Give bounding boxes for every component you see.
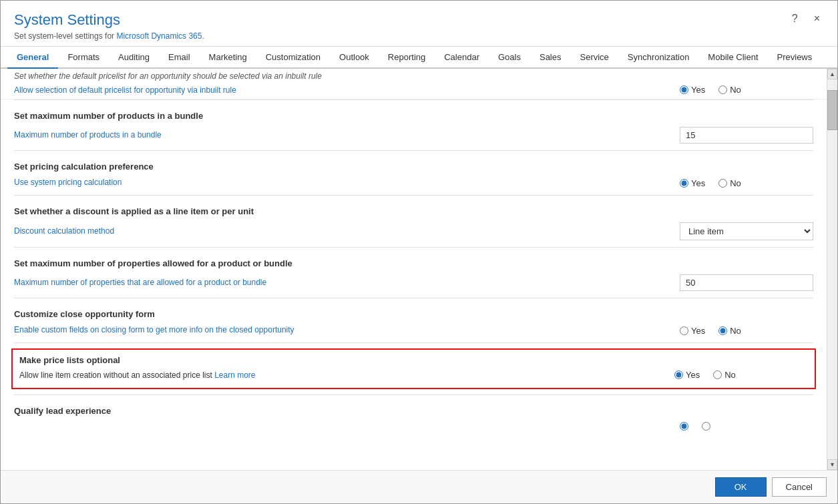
help-button[interactable]: ? [788,11,802,26]
discount-control: Line item Per unit [680,222,813,240]
tab-calendar[interactable]: Calendar [435,47,489,69]
bundle-header: Set maximum number of products in a bund… [14,111,813,121]
price-lists-no[interactable]: No [713,370,736,380]
tab-reporting[interactable]: Reporting [379,47,435,69]
discount-section: Set whether a discount is applied as a l… [1,196,827,247]
discount-header-row: Set whether a discount is applied as a l… [1,201,827,220]
price-lists-control: Yes No [674,370,808,380]
qualify-lead-section: Qualify lead experience [1,395,827,437]
pricing-calc-section: Set pricing calculation preference Use s… [1,151,827,195]
close-opportunity-label: Enable custom fields on closing form to … [14,325,294,334]
partial-top-section: Set whether the default pricelist for an… [1,69,827,99]
title-area: System Settings Set system-level setting… [14,11,204,41]
close-opportunity-header-row: Customize close opportunity form [1,304,827,322]
pricing-calc-header: Set pricing calculation preference [14,162,813,172]
pricing-calc-yes[interactable]: Yes [680,178,705,188]
price-lists-header: Make price lists optional [19,355,808,365]
dialog-subtitle: Set system-level settings for Microsoft … [14,31,204,41]
tab-mobile-client[interactable]: Mobile Client [698,47,767,69]
content-area: Set whether the default pricelist for an… [1,69,837,470]
learn-more-link[interactable]: Learn more [214,370,255,380]
properties-label: Maximum number of properties that are al… [14,278,266,287]
tabs-bar: General Formats Auditing Email Marketing… [1,47,837,69]
discount-select[interactable]: Line item Per unit [680,222,813,240]
properties-header-row: Set maximum number of properties allowed… [1,253,827,272]
scrollbar-track: ▲ ▼ [827,69,837,470]
pricing-calc-no[interactable]: No [718,178,741,188]
tab-synchronization[interactable]: Synchronization [618,47,699,69]
scroll-down-button[interactable]: ▼ [827,459,837,470]
discount-header: Set whether a discount is applied as a l… [14,206,813,216]
default-pricelist-yes[interactable]: Yes [680,85,705,95]
close-opportunity-control: Yes No [680,326,813,336]
properties-section: Set maximum number of properties allowed… [1,248,827,298]
tab-goals[interactable]: Goals [489,47,530,69]
close-opportunity-header: Customize close opportunity form [14,309,813,319]
dialog-footer: OK Cancel [1,470,837,503]
brand-text: Microsoft Dynamics 365. [116,31,204,41]
tab-general[interactable]: General [7,47,58,69]
tab-marketing[interactable]: Marketing [200,47,256,69]
discount-label: Discount calculation method [14,226,114,236]
properties-input[interactable] [680,274,813,291]
price-lists-yes[interactable]: Yes [674,370,700,380]
properties-control [680,274,813,291]
tab-previews[interactable]: Previews [768,47,822,69]
price-lists-label-area: Allow line item creation without an asso… [19,370,256,380]
qualify-lead-control [680,422,813,431]
system-settings-dialog: System Settings Set system-level setting… [0,0,838,504]
close-opportunity-yes[interactable]: Yes [680,326,705,336]
price-lists-section-highlighted: Make price lists optional Allow line ite… [11,348,816,389]
tab-customization[interactable]: Customization [256,47,330,69]
tab-formats[interactable]: Formats [58,47,109,69]
default-pricelist-no[interactable]: No [718,85,741,95]
tab-email[interactable]: Email [159,47,200,69]
close-button[interactable]: × [810,11,824,26]
bundle-input[interactable] [680,127,813,144]
pricing-calc-label: Use system pricing calculation [14,178,122,187]
dialog-title: System Settings [14,11,204,29]
qualify-lead-yes[interactable] [680,422,688,431]
qualify-lead-header-row: Qualify lead experience [1,401,827,419]
bundle-control [680,127,813,144]
tab-service[interactable]: Service [571,47,618,69]
ok-button[interactable]: OK [715,477,767,497]
pricing-calc-header-row: Set pricing calculation preference [1,156,827,175]
price-lists-label: Allow line item creation without an asso… [19,370,214,380]
default-pricelist-control: Yes No [680,85,813,95]
tab-sales[interactable]: Sales [530,47,571,69]
tab-outlook[interactable]: Outlook [330,47,379,69]
scrollbar-thumb[interactable] [827,90,837,130]
tab-auditing[interactable]: Auditing [109,47,159,69]
pricing-calc-control: Yes No [680,178,813,188]
dialog-header: System Settings Set system-level setting… [1,1,837,47]
scroll-up-button[interactable]: ▲ [827,69,837,79]
qualify-lead-header: Qualify lead experience [14,406,813,416]
cancel-button[interactable]: Cancel [772,477,827,497]
default-pricelist-label: Allow selection of default pricelist for… [14,85,236,95]
properties-header: Set maximum number of properties allowed… [14,258,813,268]
main-content: Set whether the default pricelist for an… [1,69,827,470]
qualify-lead-no[interactable] [702,422,710,431]
close-opportunity-no[interactable]: No [718,326,741,336]
bundle-label: Maximum number of products in a bundle [14,130,162,140]
bundle-section: Set maximum number of products in a bund… [1,100,827,150]
price-lists-header-row: Make price lists optional [19,355,808,365]
header-controls: ? × [788,11,824,26]
bundle-header-row: Set maximum number of products in a bund… [1,105,827,124]
partial-header: Set whether the default pricelist for an… [14,71,813,81]
close-opportunity-section: Customize close opportunity form Enable … [1,298,827,342]
